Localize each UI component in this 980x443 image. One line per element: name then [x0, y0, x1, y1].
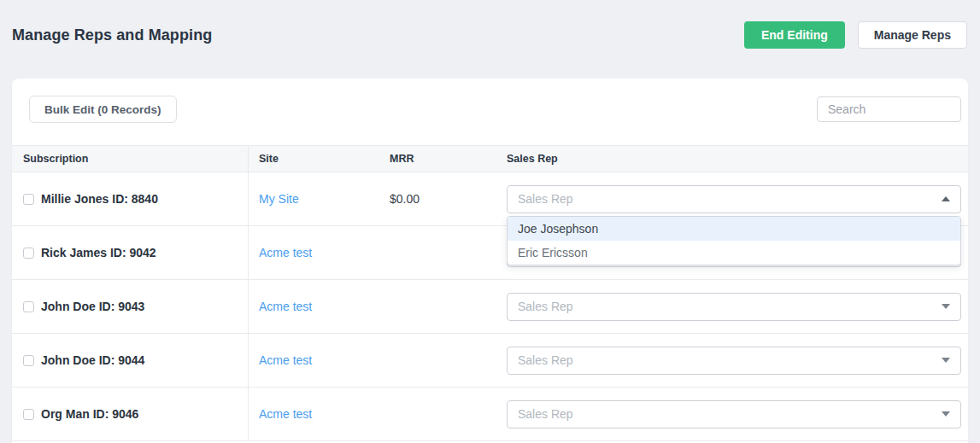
- subscription-cell: John Doe ID: 9044: [12, 334, 249, 387]
- site-link[interactable]: Acme test: [259, 246, 312, 259]
- dropdown-option-eric-ericsson[interactable]: Eric Ericsson: [508, 241, 960, 265]
- site-link[interactable]: Acme test: [259, 300, 312, 313]
- table-row: John Doe ID: 9044 Acme test Sales Rep: [12, 334, 968, 388]
- select-placeholder: Sales Rep: [518, 300, 942, 313]
- subscription-name: John Doe ID: 9044: [41, 353, 144, 367]
- chevron-up-icon: [942, 196, 950, 201]
- mrr-cell: [379, 226, 496, 279]
- content-card: Bulk Edit (0 Records) Subscription Site …: [12, 79, 968, 443]
- site-cell: My Site: [249, 172, 379, 225]
- page-title: Manage Reps and Mapping: [12, 26, 212, 44]
- subscription-name: John Doe ID: 9043: [41, 300, 144, 313]
- select-placeholder: Sales Rep: [518, 353, 942, 367]
- sales-rep-select-open[interactable]: Sales Rep: [507, 185, 961, 213]
- row-checkbox[interactable]: [23, 409, 34, 420]
- table-row: John Doe ID: 9043 Acme test Sales Rep: [12, 280, 968, 334]
- select-placeholder: Sales Rep: [518, 407, 942, 421]
- end-editing-button[interactable]: End Editing: [744, 21, 845, 49]
- column-header-mrr: MRR: [379, 146, 496, 172]
- table-row: Org Man ID: 9046 Acme test Sales Rep: [12, 388, 968, 441]
- subscription-name: Org Man ID: 9046: [41, 407, 138, 421]
- sales-rep-select[interactable]: Sales Rep: [507, 400, 961, 428]
- chevron-down-icon: [942, 358, 950, 363]
- site-cell: Acme test: [249, 388, 379, 440]
- site-link[interactable]: Acme test: [259, 353, 312, 367]
- table-header-row: Subscription Site MRR Sales Rep: [12, 145, 968, 172]
- site-cell: Acme test: [249, 280, 379, 333]
- site-cell: Acme test: [249, 226, 379, 279]
- search-input[interactable]: [817, 96, 961, 122]
- card-toolbar: Bulk Edit (0 Records): [12, 79, 968, 123]
- subscription-name: Rick James ID: 9042: [41, 246, 156, 259]
- subscription-cell: Rick James ID: 9042: [12, 226, 249, 279]
- select-placeholder: Sales Rep: [518, 192, 942, 206]
- row-checkbox[interactable]: [23, 194, 34, 205]
- mrr-cell: [379, 280, 496, 333]
- site-cell: Acme test: [249, 334, 379, 387]
- chevron-down-icon: [942, 304, 950, 309]
- bulk-edit-button[interactable]: Bulk Edit (0 Records): [29, 96, 177, 123]
- sales-rep-dropdown-menu: Joe Josephson Eric Ericsson: [507, 216, 961, 265]
- column-header-subscription: Subscription: [12, 146, 249, 172]
- row-checkbox[interactable]: [23, 355, 34, 366]
- row-checkbox[interactable]: [23, 301, 34, 312]
- row-checkbox[interactable]: [23, 248, 34, 259]
- table-row: Millie Jones ID: 8840 My Site $0.00 Sale…: [12, 172, 968, 226]
- column-header-site: Site: [249, 146, 379, 172]
- mrr-cell: [379, 334, 496, 387]
- column-header-sales-rep: Sales Rep: [496, 146, 968, 172]
- reps-table: Subscription Site MRR Sales Rep Millie J…: [12, 145, 968, 441]
- subscription-cell: Org Man ID: 9046: [12, 388, 249, 440]
- manage-reps-button[interactable]: Manage Reps: [858, 21, 967, 49]
- mrr-value: $0.00: [390, 192, 420, 206]
- subscription-cell: Millie Jones ID: 8840: [12, 172, 249, 225]
- sales-rep-select[interactable]: Sales Rep: [507, 293, 961, 321]
- dropdown-option-joe-josephson[interactable]: Joe Josephson: [508, 217, 960, 241]
- sales-rep-cell: Sales Rep: [496, 334, 968, 387]
- subscription-cell: John Doe ID: 9043: [12, 280, 249, 333]
- site-link[interactable]: Acme test: [259, 407, 312, 421]
- mrr-cell: $0.00: [379, 172, 496, 225]
- site-link[interactable]: My Site: [259, 192, 299, 206]
- subscription-name: Millie Jones ID: 8840: [41, 192, 158, 206]
- mrr-cell: [379, 388, 496, 440]
- sales-rep-cell: Sales Rep: [496, 388, 968, 440]
- chevron-down-icon: [942, 411, 950, 417]
- page-header: Manage Reps and Mapping End Editing Mana…: [0, 0, 980, 49]
- sales-rep-cell: Sales Rep Joe Josephson Eric Ericsson: [496, 172, 968, 225]
- sales-rep-select[interactable]: Sales Rep: [507, 347, 961, 375]
- sales-rep-cell: Sales Rep: [496, 280, 968, 333]
